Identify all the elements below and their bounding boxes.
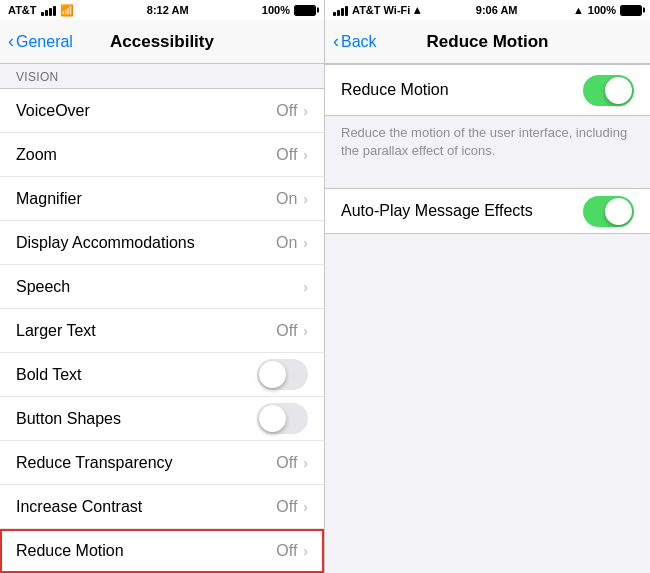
right-battery-icon bbox=[620, 5, 642, 16]
reduce-motion-row[interactable]: Reduce Motion Off › bbox=[0, 529, 324, 573]
left-battery-label: 100% bbox=[262, 4, 290, 16]
bold-text-label: Bold Text bbox=[16, 366, 257, 384]
right-back-label: Back bbox=[341, 33, 377, 51]
left-carrier: AT&T bbox=[8, 4, 37, 16]
right-signal-icon bbox=[333, 4, 348, 16]
right-status-right: ▲ 100% bbox=[573, 4, 642, 16]
right-panel: AT&T Wi-Fi ▴ 9:06 AM ▲ 100% ‹ Back Reduc… bbox=[325, 0, 650, 573]
left-time: 8:12 AM bbox=[147, 4, 189, 16]
left-panel: AT&T 📶 8:12 AM 100% ‹ General Accessibil… bbox=[0, 0, 325, 573]
larger-text-value: Off bbox=[276, 322, 297, 340]
autoplay-toggle-row[interactable]: Auto-Play Message Effects bbox=[325, 189, 650, 233]
autoplay-toggle[interactable] bbox=[583, 196, 634, 227]
reduce-motion-toggle[interactable] bbox=[583, 75, 634, 106]
bold-text-row[interactable]: Bold Text bbox=[0, 353, 324, 397]
right-nav-title: Reduce Motion bbox=[427, 32, 549, 52]
speech-chevron-icon: › bbox=[303, 279, 308, 295]
increase-contrast-row[interactable]: Increase Contrast Off › bbox=[0, 485, 324, 529]
reduce-transparency-chevron-icon: › bbox=[303, 455, 308, 471]
voiceover-chevron-icon: › bbox=[303, 103, 308, 119]
left-content: VISION VoiceOver Off › Zoom Off › Magnif… bbox=[0, 64, 324, 573]
increase-contrast-value: Off bbox=[276, 498, 297, 516]
autoplay-label: Auto-Play Message Effects bbox=[341, 202, 583, 220]
accessibility-list: VoiceOver Off › Zoom Off › Magnifier On … bbox=[0, 88, 324, 573]
increase-contrast-label: Increase Contrast bbox=[16, 498, 276, 516]
right-status-bar: AT&T Wi-Fi ▴ 9:06 AM ▲ 100% bbox=[325, 0, 650, 20]
left-status-right: 100% bbox=[262, 4, 316, 16]
reduce-motion-chevron-icon: › bbox=[303, 543, 308, 559]
button-shapes-label: Button Shapes bbox=[16, 410, 257, 428]
right-location-icon: ▲ bbox=[573, 4, 584, 16]
left-back-button[interactable]: ‹ General bbox=[8, 31, 73, 52]
right-time: 9:06 AM bbox=[476, 4, 518, 16]
zoom-chevron-icon: › bbox=[303, 147, 308, 163]
voiceover-row[interactable]: VoiceOver Off › bbox=[0, 89, 324, 133]
zoom-label: Zoom bbox=[16, 146, 276, 164]
larger-text-row[interactable]: Larger Text Off › bbox=[0, 309, 324, 353]
left-back-chevron-icon: ‹ bbox=[8, 31, 14, 52]
left-status-bar: AT&T 📶 8:12 AM 100% bbox=[0, 0, 324, 20]
reduce-transparency-label: Reduce Transparency bbox=[16, 454, 276, 472]
larger-text-chevron-icon: › bbox=[303, 323, 308, 339]
increase-contrast-chevron-icon: › bbox=[303, 499, 308, 515]
right-back-chevron-icon: ‹ bbox=[333, 31, 339, 52]
right-nav-bar: ‹ Back Reduce Motion bbox=[325, 20, 650, 64]
right-wifi-icon: ▴ bbox=[414, 3, 420, 17]
display-accommodations-label: Display Accommodations bbox=[16, 234, 276, 252]
left-nav-bar: ‹ General Accessibility bbox=[0, 20, 324, 64]
left-back-label: General bbox=[16, 33, 73, 51]
button-shapes-row[interactable]: Button Shapes bbox=[0, 397, 324, 441]
zoom-value: Off bbox=[276, 146, 297, 164]
reduce-motion-toggle-row[interactable]: Reduce Motion bbox=[325, 65, 650, 115]
speech-label: Speech bbox=[16, 278, 303, 296]
voiceover-label: VoiceOver bbox=[16, 102, 276, 120]
autoplay-list: Auto-Play Message Effects bbox=[325, 188, 650, 234]
magnifier-value: On bbox=[276, 190, 297, 208]
zoom-row[interactable]: Zoom Off › bbox=[0, 133, 324, 177]
larger-text-label: Larger Text bbox=[16, 322, 276, 340]
right-status-left: AT&T Wi-Fi ▴ bbox=[333, 3, 420, 17]
left-status-left: AT&T 📶 bbox=[8, 4, 74, 17]
vision-section-header: VISION bbox=[0, 64, 324, 88]
left-nav-title: Accessibility bbox=[110, 32, 214, 52]
bold-text-toggle[interactable] bbox=[257, 359, 308, 390]
left-battery-icon bbox=[294, 5, 316, 16]
reduce-motion-description: Reduce the motion of the user interface,… bbox=[325, 116, 650, 172]
right-battery-label: 100% bbox=[588, 4, 616, 16]
speech-row[interactable]: Speech › bbox=[0, 265, 324, 309]
reduce-motion-value: Off bbox=[276, 542, 297, 560]
magnifier-label: Magnifier bbox=[16, 190, 276, 208]
reduce-transparency-row[interactable]: Reduce Transparency Off › bbox=[0, 441, 324, 485]
left-wifi-icon: 📶 bbox=[60, 4, 74, 17]
right-back-button[interactable]: ‹ Back bbox=[333, 31, 377, 52]
display-accommodations-row[interactable]: Display Accommodations On › bbox=[0, 221, 324, 265]
voiceover-value: Off bbox=[276, 102, 297, 120]
reduce-motion-list: Reduce Motion bbox=[325, 64, 650, 116]
display-accommodations-value: On bbox=[276, 234, 297, 252]
magnifier-chevron-icon: › bbox=[303, 191, 308, 207]
reduce-transparency-value: Off bbox=[276, 454, 297, 472]
display-accommodations-chevron-icon: › bbox=[303, 235, 308, 251]
reduce-motion-label: Reduce Motion bbox=[16, 542, 276, 560]
left-signal-icon bbox=[41, 4, 56, 16]
right-carrier: AT&T Wi-Fi bbox=[352, 4, 410, 16]
right-content: Reduce Motion Reduce the motion of the u… bbox=[325, 64, 650, 573]
reduce-motion-setting-label: Reduce Motion bbox=[341, 81, 583, 99]
button-shapes-toggle[interactable] bbox=[257, 403, 308, 434]
magnifier-row[interactable]: Magnifier On › bbox=[0, 177, 324, 221]
